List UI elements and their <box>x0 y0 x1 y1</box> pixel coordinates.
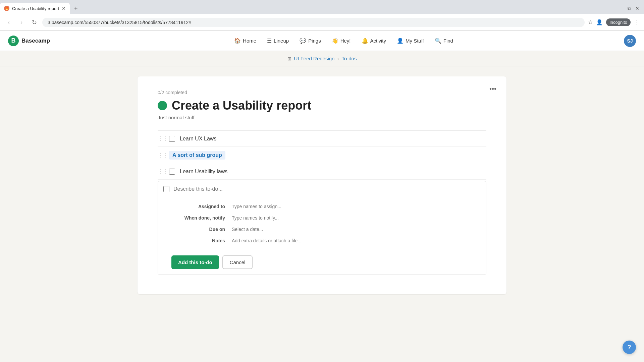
todo-text-sub-1: Learn Usability laws <box>180 169 227 175</box>
assigned-to-field: Assigned to <box>171 204 473 209</box>
forward-button[interactable]: › <box>17 19 26 26</box>
brand[interactable]: B Basecamp <box>8 36 50 46</box>
close-tab-button[interactable]: ✕ <box>62 6 66 11</box>
profile-icon[interactable]: 👤 <box>596 19 603 25</box>
status-dot <box>158 101 167 110</box>
due-on-input[interactable] <box>232 227 473 232</box>
form-actions: Add this to-do Cancel <box>158 250 486 275</box>
list-item: ⋮⋮ Learn Usability laws <box>158 164 486 180</box>
breadcrumb-project-link[interactable]: UI Feed Redesign <box>294 56 335 61</box>
nav-home[interactable]: 🏠 Home <box>229 35 261 47</box>
form-fields: Assigned to When done, notify Due on Not… <box>158 197 486 250</box>
sub-group-label: A sort of sub group <box>169 151 225 160</box>
nav-mystuff-label: My Stuff <box>406 38 424 44</box>
page-description: Just normal stuff <box>158 115 486 120</box>
cancel-button[interactable]: Cancel <box>222 255 253 269</box>
drag-handle-icon[interactable]: ⋮⋮ <box>158 135 164 142</box>
assigned-to-input[interactable] <box>232 204 473 209</box>
page-wrapper: ••• 0/2 completed Create a Usability rep… <box>138 76 506 294</box>
incognito-label: Incognito <box>609 20 627 25</box>
nav-find-label: Find <box>443 38 453 44</box>
nav-home-label: Home <box>243 38 256 44</box>
drag-handle-subgroup-icon[interactable]: ⋮⋮ <box>158 152 164 159</box>
incognito-button[interactable]: Incognito <box>606 18 631 26</box>
hey-icon: 👋 <box>332 38 338 44</box>
sub-group-header: ⋮⋮ A sort of sub group <box>158 147 486 164</box>
new-todo-checkbox[interactable] <box>163 186 169 192</box>
completed-count: 0/2 completed <box>158 90 486 95</box>
address-input[interactable] <box>42 18 585 27</box>
reload-button[interactable]: ↻ <box>30 19 39 26</box>
nav-mystuff[interactable]: 👤 My Stuff <box>392 35 429 47</box>
bookmark-icon[interactable]: ☆ <box>588 19 593 25</box>
back-button[interactable]: ‹ <box>4 19 13 26</box>
notes-input[interactable] <box>232 238 473 243</box>
list-item: ⋮⋮ Learn UX Laws <box>158 131 486 147</box>
browser-menu-button[interactable]: ⋮ <box>634 19 640 26</box>
main-content: ••• 0/2 completed Create a Usability rep… <box>131 66 513 304</box>
tab-title: Create a Usability report <box>12 6 59 11</box>
assigned-to-label: Assigned to <box>171 204 225 209</box>
due-on-label: Due on <box>171 227 225 232</box>
notes-field: Notes <box>171 238 473 243</box>
todo-text-1: Learn UX Laws <box>180 136 216 142</box>
pings-icon: 💬 <box>300 38 306 44</box>
todo-checkbox-sub-1[interactable] <box>169 169 175 175</box>
notes-label: Notes <box>171 238 225 243</box>
address-bar: ‹ › ↻ ☆ 👤 Incognito ⋮ <box>0 14 644 31</box>
tab-favicon: 🔥 <box>4 6 9 11</box>
breadcrumb-project-icon: ⊞ <box>287 56 291 61</box>
help-button[interactable]: ? <box>623 341 636 354</box>
brand-logo: B <box>8 36 19 46</box>
brand-name: Basecamp <box>21 38 50 44</box>
tab-bar: 🔥 Create a Usability report ✕ + — ⧉ ✕ <box>0 0 644 14</box>
mystuff-icon: 👤 <box>397 38 404 44</box>
app-nav: B Basecamp 🏠 Home ☰ Lineup 💬 Pings 👋 Hey… <box>0 31 644 51</box>
new-tab-button[interactable]: + <box>71 4 80 13</box>
notify-field: When done, notify <box>171 215 473 221</box>
find-icon: 🔍 <box>435 38 441 44</box>
nav-lineup[interactable]: ☰ Lineup <box>262 35 293 47</box>
todo-checkbox-1[interactable] <box>169 136 175 142</box>
nav-lineup-label: Lineup <box>274 38 289 44</box>
new-todo-form: Assigned to When done, notify Due on Not… <box>158 181 486 275</box>
lineup-icon: ☰ <box>267 38 272 44</box>
more-menu-button[interactable]: ••• <box>486 83 500 95</box>
nav-pings[interactable]: 💬 Pings <box>295 35 326 47</box>
nav-hey-label: Hey! <box>340 38 351 44</box>
page-title: Create a Usability report <box>172 99 311 113</box>
maximize-button[interactable]: ⧉ <box>627 6 632 11</box>
new-todo-input[interactable] <box>173 186 481 192</box>
page-title-row: Create a Usability report <box>158 99 486 113</box>
new-todo-input-row <box>158 181 486 197</box>
activity-icon: 🔔 <box>362 38 368 44</box>
user-avatar[interactable]: SJ <box>624 35 636 47</box>
breadcrumb-section-link[interactable]: To-dos <box>341 56 357 61</box>
browser-chrome: 🔥 Create a Usability report ✕ + — ⧉ ✕ ‹ … <box>0 0 644 31</box>
breadcrumb-separator: › <box>337 56 339 61</box>
add-todo-button[interactable]: Add this to-do <box>171 255 219 269</box>
nav-activity-label: Activity <box>370 38 386 44</box>
minimize-button[interactable]: — <box>619 6 624 11</box>
nav-hey[interactable]: 👋 Hey! <box>327 35 356 47</box>
address-actions: ☆ 👤 Incognito ⋮ <box>588 18 640 26</box>
due-on-field: Due on <box>171 227 473 232</box>
home-icon: 🏠 <box>234 38 241 44</box>
notify-input[interactable] <box>232 215 473 221</box>
active-tab: 🔥 Create a Usability report ✕ <box>0 3 70 14</box>
nav-links: 🏠 Home ☰ Lineup 💬 Pings 👋 Hey! 🔔 Activit… <box>63 35 624 47</box>
close-window-button[interactable]: ✕ <box>635 6 640 11</box>
notify-label: When done, notify <box>171 215 225 221</box>
window-controls: — ⧉ ✕ <box>619 6 644 11</box>
todo-list: ⋮⋮ Learn UX Laws ⋮⋮ A sort of sub group … <box>158 130 486 275</box>
nav-activity[interactable]: 🔔 Activity <box>357 35 391 47</box>
nav-find[interactable]: 🔍 Find <box>430 35 458 47</box>
nav-pings-label: Pings <box>308 38 321 44</box>
breadcrumb: ⊞ UI Feed Redesign › To-dos <box>0 51 644 66</box>
drag-handle-icon[interactable]: ⋮⋮ <box>158 168 164 175</box>
